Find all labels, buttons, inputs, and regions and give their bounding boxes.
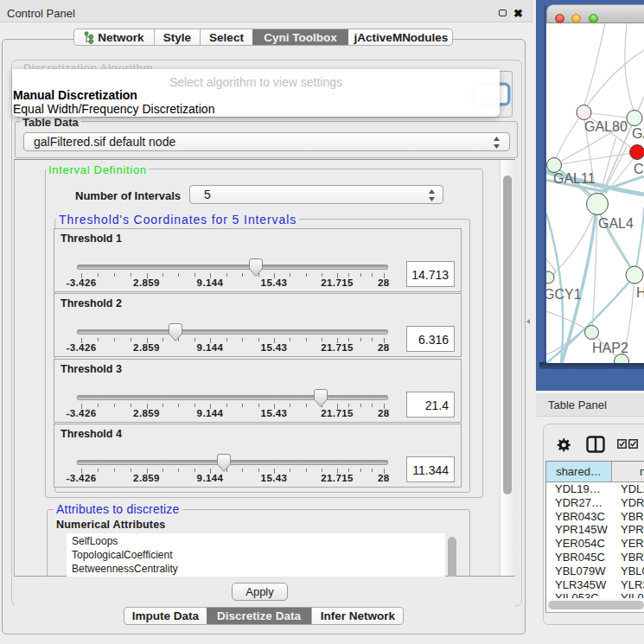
- svg-text:GAL80: GAL80: [584, 119, 628, 134]
- svg-text:GAL11: GAL11: [553, 171, 596, 186]
- svg-text:GCY1: GCY1: [546, 287, 582, 302]
- svg-text:C: C: [634, 162, 644, 176]
- svg-text:GAL4: GAL4: [598, 216, 634, 231]
- svg-text:HAP2: HAP2: [592, 341, 628, 355]
- svg-text:GA: GA: [632, 126, 644, 141]
- svg-text:H: H: [636, 285, 644, 300]
